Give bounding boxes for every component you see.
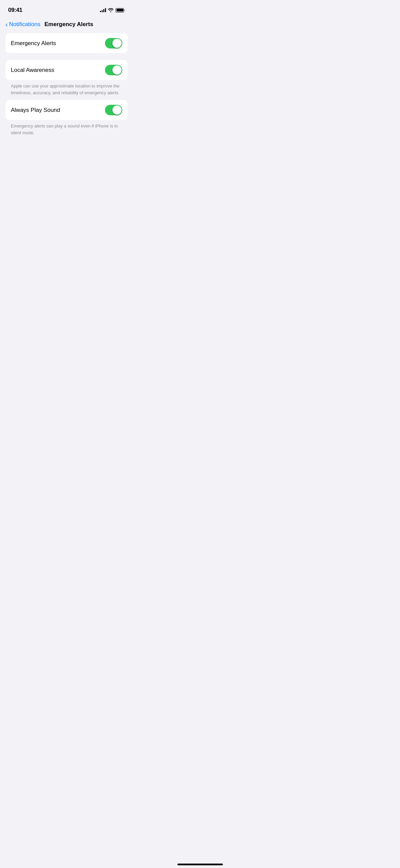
settings-content: Emergency Alerts Local Awareness App bbox=[0, 33, 133, 140]
back-label[interactable]: Notifications bbox=[9, 21, 41, 28]
emergency-alerts-toggle-track bbox=[105, 38, 122, 48]
battery-tip bbox=[124, 9, 125, 11]
emergency-alerts-section: Emergency Alerts bbox=[5, 33, 128, 53]
local-awareness-toggle[interactable] bbox=[105, 65, 122, 75]
emergency-alerts-toggle[interactable] bbox=[105, 38, 122, 48]
always-play-sound-toggle-track bbox=[105, 105, 122, 115]
always-play-sound-row: Always Play Sound bbox=[11, 100, 122, 120]
battery-fill bbox=[117, 9, 123, 12]
local-awareness-card: Local Awareness bbox=[5, 60, 128, 80]
signal-bar-1 bbox=[100, 11, 101, 12]
signal-bar-4 bbox=[105, 8, 106, 12]
signal-icon bbox=[100, 8, 106, 12]
back-button[interactable]: ‹ Notifications bbox=[5, 21, 40, 28]
signal-bar-2 bbox=[102, 10, 103, 12]
signal-bar-3 bbox=[103, 9, 104, 12]
local-awareness-toggle-track bbox=[105, 65, 122, 75]
back-chevron-icon: ‹ bbox=[5, 21, 8, 28]
always-play-sound-label: Always Play Sound bbox=[11, 107, 60, 114]
status-icons bbox=[100, 8, 125, 13]
wifi-icon bbox=[108, 8, 113, 12]
local-awareness-toggle-thumb bbox=[112, 65, 122, 75]
always-play-sound-card: Always Play Sound bbox=[5, 100, 128, 120]
page-title: Emergency Alerts bbox=[44, 21, 93, 28]
emergency-alerts-row: Emergency Alerts bbox=[11, 33, 122, 53]
always-play-sound-description: Emergency alerts can play a sound even i… bbox=[5, 120, 128, 140]
local-awareness-description: Apple can use your approximate location … bbox=[5, 80, 128, 100]
status-time: 09:41 bbox=[8, 7, 22, 14]
emergency-alerts-toggle-thumb bbox=[112, 39, 122, 48]
emergency-alerts-card: Emergency Alerts bbox=[5, 33, 128, 53]
local-awareness-label: Local Awareness bbox=[11, 67, 54, 74]
battery-body bbox=[115, 8, 124, 13]
always-play-sound-toggle-thumb bbox=[112, 105, 122, 115]
local-awareness-row: Local Awareness bbox=[11, 60, 122, 80]
battery-icon bbox=[115, 8, 125, 13]
nav-header: ‹ Notifications Emergency Alerts bbox=[0, 18, 133, 33]
status-bar: 09:41 bbox=[0, 0, 133, 18]
emergency-alerts-label: Emergency Alerts bbox=[11, 40, 56, 47]
always-play-sound-toggle[interactable] bbox=[105, 105, 122, 115]
local-section: Local Awareness Apple can use your appro… bbox=[5, 60, 128, 140]
